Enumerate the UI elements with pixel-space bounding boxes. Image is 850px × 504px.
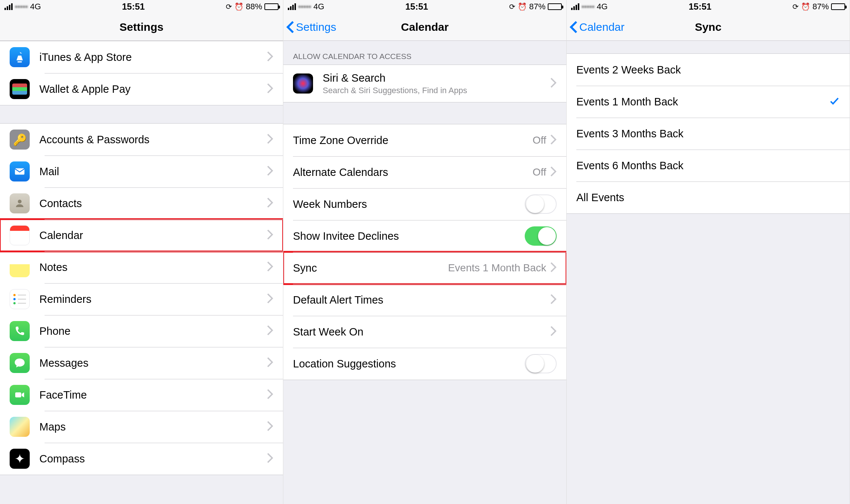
status-bar: ••••• 4G 15:51 ⟳ ⏰ 88% [0,0,283,13]
row-label: Start Week On [293,326,550,338]
toggle-week-numbers[interactable] [525,194,557,214]
row-compass[interactable]: ✦ Compass [0,443,283,475]
option-2-weeks[interactable]: Events 2 Weeks Back [567,54,850,86]
signal-icon [288,3,296,10]
row-label: Calendar [39,229,267,242]
row-mail[interactable]: Mail [0,156,283,187]
row-label: Compass [39,453,267,465]
row-facetime[interactable]: FaceTime [0,379,283,411]
back-button[interactable]: Settings [286,13,336,40]
row-label: Siri & Search [323,72,550,84]
battery-icon [831,3,845,10]
battery-icon [264,3,279,10]
nav-title: Settings [120,21,163,33]
option-label: Events 6 Months Back [576,160,840,172]
svg-rect-2 [15,392,21,397]
status-bar: ••••• 4G 15:51 ⟳ ⏰ 87% [567,0,850,13]
chevron-right-icon [267,51,273,63]
toggle-location-suggestions[interactable] [525,354,557,373]
option-all-events[interactable]: All Events [567,181,850,213]
maps-icon [10,417,30,437]
row-label: Location Suggestions [293,358,525,370]
row-alternate-calendars[interactable]: Alternate Calendars Off [283,156,566,188]
carrier-label: ••••• [15,3,28,11]
row-accounts-passwords[interactable]: 🔑 Accounts & Passwords [0,124,283,156]
row-reminders[interactable]: Reminders [0,283,283,315]
row-week-numbers[interactable]: Week Numbers [283,188,566,220]
chevron-left-icon [286,20,294,34]
chevron-right-icon [550,262,557,274]
row-itunes-appstore[interactable]: iTunes & App Store [0,41,283,73]
status-time: 15:51 [688,1,711,12]
chevron-left-icon [570,20,578,34]
settings-group-2: 🔑 Accounts & Passwords Mail Contacts Cal… [0,123,283,475]
row-start-week-on[interactable]: Start Week On [283,316,566,348]
row-calendar[interactable]: Calendar [0,219,283,251]
row-label: Accounts & Passwords [39,134,267,146]
contacts-icon [10,193,30,213]
row-label: Maps [39,421,267,433]
alarm-icon: ⏰ [234,2,244,11]
option-label: All Events [576,192,840,204]
section-header: ALLOW CALENDAR TO ACCESS [283,41,566,65]
screen-calendar-settings: ••••• 4G 15:51 ⟳ ⏰ 87% Settings Calendar… [283,0,567,504]
nav-bar: Settings Calendar [283,13,566,41]
row-timezone-override[interactable]: Time Zone Override Off [283,124,566,156]
back-label: Settings [296,21,336,33]
carrier-label: ••••• [582,3,595,11]
battery-percent: 87% [812,2,829,12]
notes-icon [10,257,30,277]
row-default-alert-times[interactable]: Default Alert Times [283,284,566,316]
option-6-months[interactable]: Events 6 Months Back [567,150,850,181]
chevron-right-icon [267,293,273,305]
network-label: 4G [597,2,608,12]
network-label: 4G [313,2,324,12]
signal-icon [4,3,13,10]
settings-group-1: iTunes & App Store Wallet & Apple Pay [0,41,283,105]
row-phone[interactable]: Phone [0,315,283,347]
option-label: Events 1 Month Back [576,96,829,108]
signal-icon [571,3,579,10]
toggle-show-invitee-declines[interactable] [525,226,557,246]
chevron-right-icon [550,166,557,179]
facetime-icon [10,385,30,405]
back-button[interactable]: Calendar [570,13,625,40]
option-3-months[interactable]: Events 3 Months Back [567,118,850,150]
row-sync[interactable]: Sync Events 1 Month Back [283,252,566,284]
chevron-right-icon [550,77,557,90]
row-label: Phone [39,325,267,337]
row-messages[interactable]: Messages [0,347,283,379]
chevron-right-icon [550,134,557,147]
row-label: Wallet & Apple Pay [39,83,267,95]
option-label: Events 3 Months Back [576,128,840,140]
rotation-lock-icon: ⟳ [509,2,515,11]
chevron-right-icon [267,357,273,369]
row-show-invitee-declines[interactable]: Show Invitee Declines [283,220,566,252]
chevron-right-icon [267,420,273,433]
row-notes[interactable]: Notes [0,251,283,283]
row-siri-search[interactable]: Siri & Search Search & Siri Suggestions,… [283,65,566,102]
battery-icon [548,3,562,10]
row-location-suggestions[interactable]: Location Suggestions [283,348,566,380]
screen-sync-options: ••••• 4G 15:51 ⟳ ⏰ 87% Calendar Sync Eve… [567,0,850,504]
row-label: Contacts [39,197,267,210]
row-contacts[interactable]: Contacts [0,187,283,219]
rotation-lock-icon: ⟳ [226,2,232,11]
row-maps[interactable]: Maps [0,411,283,443]
status-bar: ••••• 4G 15:51 ⟳ ⏰ 87% [283,0,566,13]
row-label: Reminders [39,293,267,305]
row-detail: Off [533,166,546,178]
row-wallet-applepay[interactable]: Wallet & Apple Pay [0,73,283,105]
row-label: Show Invitee Declines [293,230,525,242]
chevron-right-icon [267,229,273,242]
battery-percent: 88% [246,2,262,12]
screen-settings: ••••• 4G 15:51 ⟳ ⏰ 88% Settings iTunes &… [0,0,283,504]
option-1-month[interactable]: Events 1 Month Back [567,86,850,118]
svg-rect-0 [15,168,25,175]
chevron-right-icon [267,133,273,146]
row-label: iTunes & App Store [39,51,267,63]
chevron-right-icon [267,165,273,178]
chevron-right-icon [267,261,273,274]
row-label: Week Numbers [293,198,525,210]
chevron-right-icon [267,389,273,401]
